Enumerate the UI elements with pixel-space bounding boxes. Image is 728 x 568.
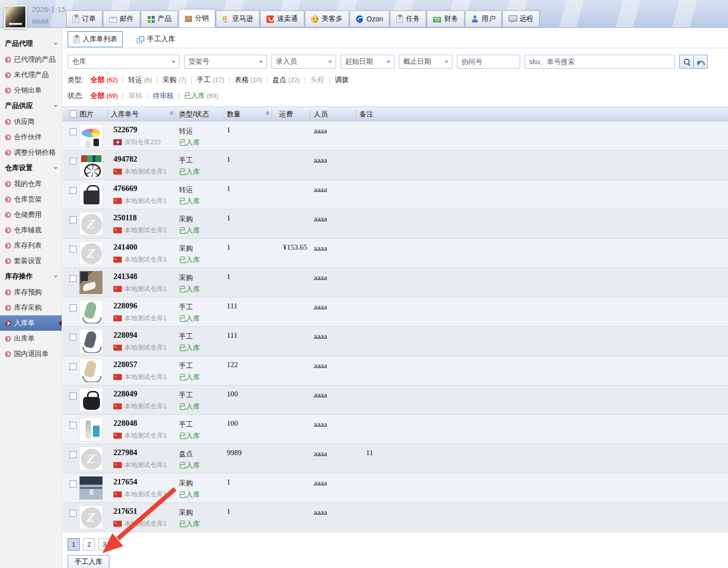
subtab-manual-inbound[interactable]: 手工入库: [132, 32, 180, 47]
column-header: 人员: [314, 110, 328, 119]
end-date-select[interactable]: 截止日期: [399, 55, 453, 69]
sidebar-item-adjust-distribution-price[interactable]: 调整分销价格: [0, 145, 62, 160]
type-label: 采购: [179, 215, 193, 224]
current-user: aaaa: [32, 15, 66, 26]
sidebar-item-partners[interactable]: 合作伙伴: [0, 129, 62, 145]
reset-button[interactable]: [693, 55, 708, 69]
sidebar-section-warehouse-settings[interactable]: 仓库设置: [0, 160, 62, 176]
page-button-2[interactable]: 2: [83, 538, 95, 551]
subtab-inbound-list[interactable]: 入库单列表: [68, 31, 123, 47]
sidebar-item-inventory-list[interactable]: 库存列表: [0, 238, 62, 253]
top-tab-orders[interactable]: 订单: [66, 10, 102, 27]
top-tab-finance[interactable]: 财务: [427, 10, 464, 27]
sidebar-item-agented-products[interactable]: 已代理的产品: [0, 52, 62, 67]
top-tab-amazon[interactable]: 亚马逊: [216, 10, 260, 27]
sidebar-item-kit-settings[interactable]: 套装设置: [0, 253, 62, 269]
top-tab-remote[interactable]: 远程: [502, 10, 540, 27]
status-filter-stored[interactable]: 已入库(69): [184, 92, 218, 100]
status-label: 已入库: [179, 432, 200, 441]
warehouse-name: 本地测试仓库1: [124, 255, 167, 264]
type-filter-all[interactable]: 全部(62): [91, 76, 118, 85]
row-checkbox[interactable]: [70, 128, 77, 135]
bullet-arrow-icon: [5, 72, 11, 78]
top-tab-mail[interactable]: 邮件: [103, 10, 140, 27]
type-label: 采购: [179, 508, 193, 517]
status-label: 已入库: [179, 138, 200, 147]
row-checkbox[interactable]: [70, 158, 77, 165]
type-filter-allocate[interactable]: 调拨: [335, 76, 349, 85]
sidebar-item-warehouse-shelves[interactable]: 仓库货架: [0, 191, 62, 207]
sidebar-item-warehouse-base[interactable]: 仓库铺底: [0, 222, 62, 238]
top-tab-ozon[interactable]: Ozon: [350, 10, 389, 27]
start-date-select[interactable]: 起始日期: [341, 55, 394, 69]
sidebar-item-inventory-prepurchase[interactable]: 库存预购: [0, 284, 62, 300]
top-tab-users[interactable]: 用户: [465, 10, 502, 27]
sidebar-item-outbound-orders[interactable]: 出库单: [0, 331, 62, 346]
top-tab-aliexpress[interactable]: 速卖通: [260, 10, 304, 27]
sidebar-section-inventory-operations[interactable]: 库存操作: [0, 269, 62, 284]
type-filter-transfer[interactable]: 转运(6): [128, 76, 152, 85]
status-filter-draft[interactable]: 草稿: [128, 92, 142, 100]
quantity-value: 1: [227, 155, 231, 164]
status-filter-all[interactable]: 全部(69): [91, 92, 118, 100]
shelf-number-select[interactable]: 货架号: [184, 55, 267, 69]
type-filter-stocktake[interactable]: 盘点(22): [273, 76, 300, 85]
type-filter-first-leg[interactable]: 头程: [310, 76, 324, 85]
select-label: 截止日期: [403, 57, 431, 66]
select-all-checkbox[interactable]: [70, 110, 77, 117]
sku-search-input[interactable]: [525, 55, 675, 69]
type-filter-table[interactable]: 表格(10): [235, 76, 262, 85]
sidebar-item-unagented-products[interactable]: 未代理产品: [0, 67, 62, 83]
row-checkbox[interactable]: [70, 246, 77, 253]
sidebar-item-distribution-orders[interactable]: 分销出单: [0, 83, 62, 98]
operator-select[interactable]: 录入员: [272, 55, 336, 69]
product-image: [79, 476, 103, 500]
row-checkbox[interactable]: [70, 334, 77, 341]
sort-desc-icon: [170, 113, 174, 115]
product-image: [79, 241, 103, 265]
top-tab-products[interactable]: 产品: [141, 10, 178, 27]
row-checkbox[interactable]: [70, 304, 77, 311]
sidebar-item-inventory-purchase[interactable]: 库存采购: [0, 300, 62, 315]
row-checkbox[interactable]: [70, 510, 77, 517]
sort-icon[interactable]: [170, 111, 174, 115]
order-number: 228096: [113, 301, 137, 310]
cooperation-number-input[interactable]: [457, 55, 520, 69]
page-button-3[interactable]: 3: [98, 538, 110, 551]
row-checkbox[interactable]: [70, 363, 77, 370]
ozon-icon: [356, 15, 364, 23]
warehouse-name: 本地测试仓库1: [124, 431, 167, 440]
type-filter-purchase[interactable]: 采购(7): [163, 76, 186, 85]
row-checkbox[interactable]: [70, 451, 77, 458]
sidebar-item-inbound-orders[interactable]: 入库单: [0, 315, 62, 331]
row-checkbox[interactable]: [70, 275, 77, 282]
row-checkbox[interactable]: [70, 422, 77, 429]
status-filter-pending[interactable]: 待审核: [153, 92, 174, 100]
type-filter-manual[interactable]: 手工(17): [197, 76, 224, 85]
status-filter-label: 状态:: [68, 92, 84, 100]
search-button[interactable]: [679, 55, 694, 69]
cn-flag-icon: [113, 286, 122, 292]
top-tab-distribution[interactable]: 分销: [179, 9, 215, 27]
warehouse-select[interactable]: 仓库: [68, 55, 180, 69]
chip-label: 已入库: [184, 92, 205, 100]
sidebar-item-my-warehouse[interactable]: 我的仓库: [0, 176, 62, 191]
person-value: aaaa: [314, 127, 327, 135]
row-checkbox[interactable]: [70, 216, 77, 223]
top-tab-tasks[interactable]: 任务: [390, 10, 426, 27]
row-checkbox[interactable]: [70, 392, 77, 399]
column-divider: [78, 109, 79, 119]
top-tab-mercado[interactable]: 美客多: [305, 10, 349, 27]
sidebar-section-product-supply[interactable]: 产品供应: [0, 98, 62, 114]
sidebar-item-storage-fees[interactable]: 仓储费用: [0, 207, 62, 222]
row-checkbox[interactable]: [70, 480, 77, 487]
row-checkbox[interactable]: [70, 187, 77, 194]
sidebar-item-domestic-returns[interactable]: 国内退回单: [0, 346, 62, 362]
type-label: 手工: [179, 303, 193, 312]
sidebar-item-label: 调整分销价格: [14, 148, 56, 157]
sidebar-item-suppliers[interactable]: 供应商: [0, 114, 62, 129]
page-button-1[interactable]: 1: [68, 538, 80, 551]
sort-icon[interactable]: [266, 111, 270, 115]
sidebar-section-product-agency[interactable]: 产品代理: [0, 36, 62, 52]
manual-inbound-button[interactable]: 手工入库: [68, 555, 109, 568]
